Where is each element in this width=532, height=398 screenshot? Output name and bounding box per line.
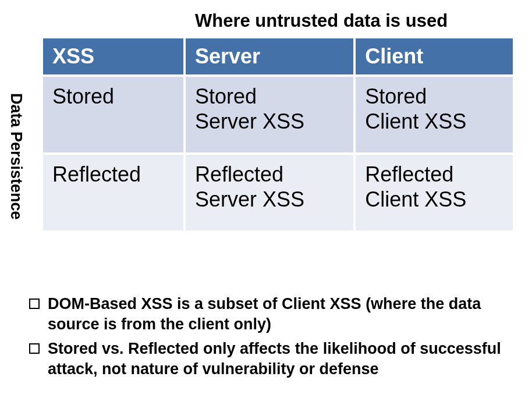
table-header-server: Server — [186, 38, 353, 74]
note-text: DOM-Based XSS is a subset of Client XSS … — [48, 294, 512, 334]
checkbox-bullet-icon — [29, 298, 40, 309]
cell-line: Client XSS — [365, 109, 466, 133]
row-axis-title: Data Persistence — [7, 93, 25, 220]
cell-line: Server XSS — [195, 109, 304, 133]
note-text: Stored vs. Reflected only affects the li… — [48, 339, 512, 379]
cell-line: Stored — [195, 84, 257, 108]
cell-line: Stored — [365, 84, 427, 108]
cell-line: Client XSS — [365, 187, 466, 211]
row-label-stored: Stored — [43, 77, 183, 152]
cell-line: Server XSS — [195, 187, 304, 211]
cell-stored-client: Stored Client XSS — [356, 77, 513, 152]
table: XSS Server Client Stored Stored Server X… — [41, 36, 515, 233]
cell-reflected-server: Reflected Server XSS — [186, 155, 353, 230]
list-item: DOM-Based XSS is a subset of Client XSS … — [29, 294, 512, 334]
cell-line: Reflected — [195, 162, 283, 186]
cell-line: Reflected — [365, 162, 453, 186]
table-row: Reflected Reflected Server XSS Reflected… — [43, 155, 513, 230]
table-header-xss: XSS — [43, 38, 183, 74]
row-label-reflected: Reflected — [43, 155, 183, 230]
checkbox-bullet-icon — [29, 343, 40, 354]
cell-stored-server: Stored Server XSS — [186, 77, 353, 152]
table-row: Stored Stored Server XSS Stored Client X… — [43, 77, 513, 152]
column-axis-title: Where untrusted data is used — [195, 10, 448, 31]
table-header-row: XSS Server Client — [43, 38, 513, 74]
xss-types-table: XSS Server Client Stored Stored Server X… — [41, 36, 515, 233]
cell-reflected-client: Reflected Client XSS — [356, 155, 513, 230]
table-header-client: Client — [356, 38, 513, 74]
list-item: Stored vs. Reflected only affects the li… — [29, 339, 512, 379]
notes-list: DOM-Based XSS is a subset of Client XSS … — [29, 294, 512, 383]
